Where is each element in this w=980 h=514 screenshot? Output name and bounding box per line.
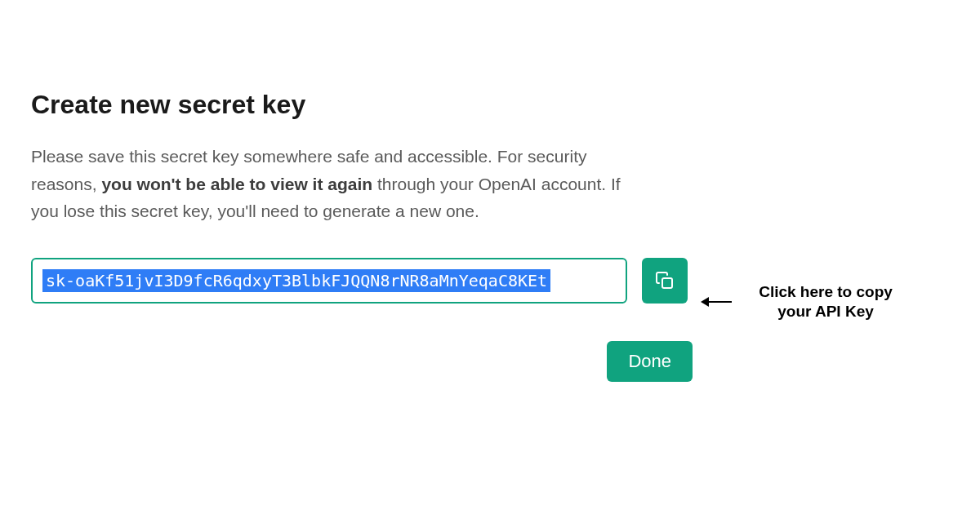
desc-text-bold: you won't be able to view it again [101, 175, 372, 193]
arrow-left-icon [702, 301, 732, 303]
secret-key-value[interactable]: sk-oaKf51jvI3D9fcR6qdxyT3BlbkFJQQN8rNR8a… [42, 269, 550, 292]
secret-key-field[interactable]: sk-oaKf51jvI3D9fcR6qdxyT3BlbkFJQQN8rNR8a… [31, 258, 627, 304]
done-button[interactable]: Done [607, 341, 693, 382]
svg-rect-0 [662, 278, 672, 288]
annotation-text: Click here to copy your API Key [740, 282, 911, 321]
create-secret-key-dialog: Create new secret key Please save this s… [31, 90, 701, 382]
copy-button[interactable] [642, 258, 688, 304]
dialog-description: Please save this secret key somewhere sa… [31, 143, 635, 225]
key-row: sk-oaKf51jvI3D9fcR6qdxyT3BlbkFJQQN8rNR8a… [31, 258, 701, 304]
copy-icon [655, 271, 675, 290]
dialog-actions: Done [31, 341, 693, 382]
copy-annotation: Click here to copy your API Key [702, 282, 911, 321]
dialog-title: Create new secret key [31, 90, 701, 120]
